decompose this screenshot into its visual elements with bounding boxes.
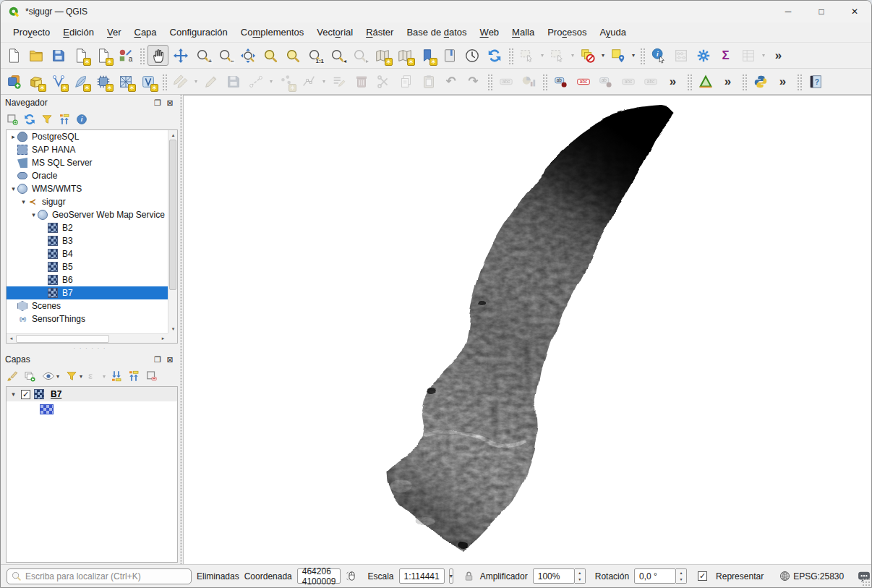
deselect-features-button[interactable]: ▾	[577, 45, 606, 66]
menu-base-de-datos[interactable]: Base de datos	[400, 24, 473, 41]
browser-add-selected-layers-button[interactable]	[4, 111, 20, 127]
processing-toolbox-button[interactable]	[693, 45, 714, 66]
scale-dropdown-button[interactable]: ▾	[449, 568, 453, 584]
filter-legend-button[interactable]: ▾	[62, 368, 84, 384]
menu-vectorial[interactable]: Vectorial	[310, 24, 359, 41]
mouse-position-icon[interactable]	[346, 570, 358, 582]
add-group-button[interactable]	[22, 368, 38, 384]
render-checkbox[interactable]: ✓	[698, 571, 707, 581]
browser-item-postgresql[interactable]: ▸PostgreSQL	[7, 130, 168, 143]
new-3d-map-view-button[interactable]: ∗	[394, 45, 415, 66]
zoom-native-button[interactable]: 1:1	[304, 45, 325, 66]
temporal-controller-button[interactable]	[461, 45, 482, 66]
menu-ver[interactable]: Ver	[101, 24, 128, 41]
show-layout-manager-button[interactable]: ∗	[93, 45, 114, 66]
zoom-out-button[interactable]: −	[215, 45, 236, 66]
maximize-button[interactable]: □	[805, 1, 838, 22]
map-canvas[interactable]	[183, 95, 871, 564]
labeling-toolbar-button[interactable]	[550, 71, 571, 92]
expander-icon[interactable]: ▸	[9, 130, 17, 143]
new-virtual-layer-button[interactable]: ∗	[137, 71, 158, 92]
collapse-all-button[interactable]	[126, 368, 142, 384]
locator-input[interactable]	[7, 568, 192, 584]
new-geopackage-layer-button[interactable]: ∗	[25, 71, 46, 92]
new-shapefile-layer-button[interactable]: ∗	[48, 71, 69, 92]
identify-features-button[interactable]	[648, 45, 669, 66]
menu-proyecto[interactable]: Proyecto	[7, 24, 56, 41]
rotation-up-button[interactable]: ▴	[676, 569, 686, 576]
pan-to-selection-button[interactable]	[170, 45, 191, 66]
browser-filter-button[interactable]	[39, 111, 55, 127]
grass-overflow-button[interactable]: »	[717, 71, 738, 92]
browser-item-b5[interactable]: B5	[7, 260, 168, 273]
expander-icon[interactable]: ▾	[9, 182, 17, 195]
browser-item-b6[interactable]: B6	[7, 273, 168, 286]
browser-item-b4[interactable]: B4	[7, 247, 168, 260]
zoom-last-button[interactable]: ◂	[327, 45, 348, 66]
browser-item-sap-hana[interactable]: SAP HANA	[7, 143, 168, 156]
browser-item-wms-wmts[interactable]: ▾WMS/WMTS	[7, 182, 168, 195]
vscroll-thumb[interactable]	[169, 140, 176, 290]
browser-hscrollbar[interactable]: ◂ ▸	[7, 333, 168, 343]
zoom-to-layer-button[interactable]	[282, 45, 303, 66]
data-source-manager-button[interactable]	[3, 71, 24, 92]
browser-collapse-all-button[interactable]	[56, 111, 72, 127]
rotation-down-button[interactable]: ▾	[676, 576, 686, 584]
magnifier-value[interactable]: 100%	[533, 568, 575, 584]
browser-item-b3[interactable]: B3	[7, 234, 168, 247]
zoom-to-selection-button[interactable]	[260, 45, 281, 66]
show-spatial-bookmarks-button[interactable]	[439, 45, 460, 66]
new-spatial-bookmark-button[interactable]: ∗	[416, 45, 437, 66]
browser-item-oracle[interactable]: Oracle	[7, 169, 168, 182]
toolbar-overflow-button[interactable]: »	[768, 45, 789, 66]
browser-float-button[interactable]: ❐	[153, 98, 163, 108]
coordinate-label[interactable]: Coordenada	[244, 571, 292, 581]
scroll-up-icon[interactable]: ▴	[168, 130, 178, 140]
magnifier-down-button[interactable]: ▾	[575, 576, 585, 584]
label-highlight-button[interactable]	[573, 71, 594, 92]
layer-expander-icon[interactable]: ▾	[9, 391, 17, 398]
browser-refresh-button[interactable]	[22, 111, 38, 127]
menu-ayuda[interactable]: Ayuda	[593, 24, 633, 41]
style-manager-button[interactable]	[115, 45, 136, 66]
menu-edici-n[interactable]: Edición	[56, 24, 101, 41]
new-spatialite-layer-button[interactable]: ∗	[70, 71, 91, 92]
crs-status[interactable]: EPSG:25830	[779, 570, 844, 582]
panel-splitter[interactable]: · · · · · ·	[1, 345, 179, 351]
layers-close-button[interactable]: ⊠	[165, 354, 175, 365]
browser-close-button[interactable]: ⊠	[165, 98, 175, 108]
menu-web[interactable]: Web	[474, 24, 506, 41]
label-overflow-button[interactable]: »	[662, 71, 683, 92]
save-project-button[interactable]	[48, 45, 69, 66]
menu-complementos[interactable]: Complementos	[234, 24, 310, 41]
plugins-overflow-button[interactable]: »	[772, 71, 793, 92]
browser-item-scenes[interactable]: Scenes	[7, 299, 168, 312]
statistical-summary-button[interactable]: Σ	[715, 45, 736, 66]
scroll-left-icon[interactable]: ◂	[7, 334, 16, 344]
browser-item-geoserver-web-map-service[interactable]: ▾GeoServer Web Map Service	[7, 208, 168, 221]
resize-grip[interactable]	[862, 578, 871, 587]
hscroll-thumb[interactable]	[16, 335, 109, 343]
menu-configuraci-n[interactable]: Configuración	[163, 24, 234, 41]
browser-properties-button[interactable]	[74, 111, 90, 127]
select-by-location-button[interactable]: ▾	[607, 45, 636, 66]
coordinate-value[interactable]: 464206 4100009	[297, 568, 341, 584]
new-temporary-scratch-layer-button[interactable]: ∗	[93, 71, 114, 92]
magnifier-up-button[interactable]: ▴	[575, 569, 585, 576]
browser-item-sigugr[interactable]: ▾≺sigugr	[7, 195, 168, 208]
zoom-full-button[interactable]	[237, 45, 258, 66]
browser-item-ms-sql-server[interactable]: MS SQL Server	[7, 156, 168, 169]
browser-item-sensorthings[interactable]: ((●))SensorThings	[7, 312, 168, 325]
new-map-view-button[interactable]: ∗	[372, 45, 393, 66]
rotation-value[interactable]: 0,0 °	[634, 568, 676, 584]
menu-malla[interactable]: Malla	[505, 24, 541, 41]
scale-value[interactable]: 1:114441	[399, 568, 445, 584]
layer-item-b7[interactable]: ▾ ✓ B7	[7, 387, 177, 401]
open-project-button[interactable]	[25, 45, 46, 66]
expander-icon[interactable]: ▾	[30, 208, 38, 221]
menu-capa[interactable]: Capa	[127, 24, 163, 41]
browser-item-b2[interactable]: B2	[7, 221, 168, 234]
open-layer-styling-button[interactable]	[4, 368, 20, 384]
refresh-map-button[interactable]	[484, 45, 505, 66]
menu-procesos[interactable]: Procesos	[541, 24, 593, 41]
